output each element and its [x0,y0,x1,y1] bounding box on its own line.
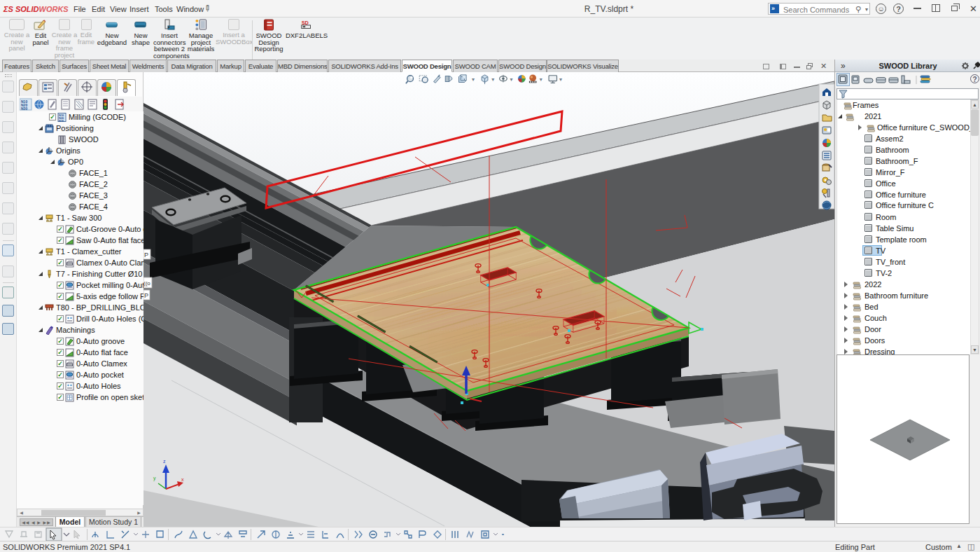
svg-text:y: y [153,476,156,481]
svg-text:▾: ▾ [491,76,494,83]
svg-text:▾: ▾ [559,76,562,83]
svg-text:▾: ▾ [510,76,513,83]
svg-text:▾: ▾ [472,76,475,83]
svg-text:▾: ▾ [540,76,542,83]
svg-text:N30: N30 [21,106,27,111]
svg-text:P: P [144,292,148,299]
svg-text:x: x [181,477,184,482]
svg-text:P: P [144,251,148,258]
svg-text:N30: N30 [59,119,64,123]
svg-text:z: z [163,459,166,464]
svg-text:((o: ((o [144,280,150,287]
